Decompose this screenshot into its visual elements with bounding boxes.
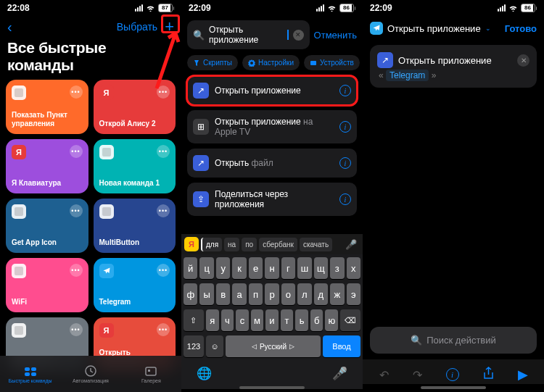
key[interactable]: ж xyxy=(330,283,344,305)
key[interactable]: у xyxy=(216,257,230,279)
info-button[interactable]: i xyxy=(339,85,351,96)
key[interactable]: х xyxy=(347,257,360,279)
cancel-button[interactable]: Отменить xyxy=(314,30,357,41)
dictation-key[interactable]: 🎤 xyxy=(332,366,347,381)
result-row[interactable]: ⊞Открыть приложение на Apple TVi xyxy=(187,110,357,143)
key[interactable]: ы xyxy=(199,283,213,305)
clear-button[interactable]: ✕ xyxy=(293,30,304,41)
shortcut-card[interactable]: •••WiFi xyxy=(6,258,88,312)
suggestion[interactable]: для xyxy=(201,238,222,251)
enter-key[interactable]: Ввод xyxy=(323,335,360,357)
key[interactable]: ч xyxy=(221,309,234,331)
suggestion[interactable]: скачать xyxy=(300,238,332,251)
backspace-key[interactable]: ⌫ xyxy=(340,309,360,331)
key[interactable]: ю xyxy=(325,309,338,331)
key[interactable]: ф xyxy=(184,283,197,305)
shift-key[interactable]: ⇧ xyxy=(184,309,204,331)
shortcut-card[interactable]: •••Get App Icon xyxy=(6,199,88,253)
key[interactable]: г xyxy=(281,257,295,279)
result-row[interactable]: ↗Открыть файлi xyxy=(187,149,357,178)
shortcut-card[interactable]: Я•••Открой Алису 2 xyxy=(94,80,176,134)
space-key[interactable]: ◁ Русский ▷ xyxy=(226,335,321,357)
play-button[interactable]: ▶ xyxy=(518,367,528,383)
key[interactable]: ш xyxy=(297,257,311,279)
search-icon: 🔍 xyxy=(193,30,205,41)
globe-key[interactable]: 🌐 xyxy=(197,366,212,381)
filter-pill[interactable]: Настройки xyxy=(242,55,300,70)
card-menu-button[interactable]: ••• xyxy=(157,145,170,158)
key[interactable]: п xyxy=(249,283,263,305)
card-menu-button[interactable]: ••• xyxy=(70,323,83,336)
card-menu-button[interactable]: ••• xyxy=(157,86,170,99)
numbers-key[interactable]: 123 xyxy=(184,335,204,357)
info-button[interactable]: i xyxy=(339,193,351,205)
shortcut-card[interactable]: •••Показать Пункт управления xyxy=(6,80,88,134)
action-card[interactable]: ↗ Открыть приложение ✕ « Telegram » xyxy=(370,45,537,88)
key[interactable]: р xyxy=(265,283,279,305)
shortcut-card[interactable]: •••Telegram xyxy=(94,258,176,312)
info-button[interactable]: i xyxy=(446,368,459,381)
shortcut-card[interactable]: •••MultiButton xyxy=(94,199,176,253)
key[interactable]: м xyxy=(251,309,264,331)
card-menu-button[interactable]: ••• xyxy=(157,264,170,277)
key[interactable]: в xyxy=(216,283,230,305)
result-row[interactable]: ↗Открыть приложениеi xyxy=(187,76,357,105)
suggestion[interactable]: сбербанк xyxy=(259,238,297,251)
search-input[interactable]: 🔍 Открыть приложение ✕ xyxy=(187,20,310,49)
result-row[interactable]: ⇪Поделиться через приложенияi xyxy=(187,183,357,216)
key[interactable]: я xyxy=(206,309,219,331)
done-button[interactable]: Готово xyxy=(505,23,537,34)
share-button[interactable] xyxy=(483,367,494,383)
tab-automation[interactable]: Автоматизация xyxy=(60,356,120,392)
svg-rect-2 xyxy=(15,207,23,216)
key[interactable]: э xyxy=(347,283,360,305)
mic-icon[interactable]: 🎤 xyxy=(342,239,360,250)
key[interactable]: и xyxy=(265,309,279,331)
card-menu-button[interactable]: ••• xyxy=(157,204,170,217)
card-menu-button[interactable]: ••• xyxy=(70,204,83,217)
shortcut-card[interactable]: •••Новая команда 1 xyxy=(94,139,176,193)
card-menu-button[interactable]: ••• xyxy=(70,145,83,158)
shortcut-title[interactable]: Открыть приложение xyxy=(387,23,481,34)
filter-pill[interactable]: Скрипты xyxy=(187,55,238,70)
actions-search[interactable]: 🔍 Поиск действий xyxy=(370,327,537,354)
chevron-down-icon[interactable]: ⌄ xyxy=(485,25,491,32)
key[interactable]: б xyxy=(310,309,323,331)
key[interactable]: л xyxy=(297,283,311,305)
key[interactable]: й xyxy=(184,257,197,279)
delete-action-button[interactable]: ✕ xyxy=(517,54,529,67)
info-button[interactable]: i xyxy=(339,121,351,133)
back-button[interactable]: ‹ xyxy=(7,20,12,34)
select-button[interactable]: Выбрать xyxy=(117,21,157,33)
undo-button[interactable]: ↶ xyxy=(379,368,389,382)
card-menu-button[interactable]: ••• xyxy=(157,323,170,336)
suggestion[interactable]: на xyxy=(224,238,239,251)
tab-gallery[interactable]: Галерея xyxy=(121,356,181,392)
shortcut-card[interactable]: Я•••Я Клавиатура xyxy=(6,139,88,193)
key[interactable]: а xyxy=(232,283,246,305)
card-menu-button[interactable]: ••• xyxy=(70,86,83,99)
key[interactable]: к xyxy=(232,257,246,279)
key[interactable]: ц xyxy=(199,257,213,279)
app-param[interactable]: Telegram xyxy=(386,70,429,81)
yandex-icon[interactable]: Я xyxy=(184,237,199,251)
filter-row: СкриптыНастройкиУстройств xyxy=(181,54,363,76)
key[interactable]: щ xyxy=(314,257,328,279)
key[interactable]: с xyxy=(236,309,249,331)
add-button[interactable]: + xyxy=(165,19,174,35)
key[interactable]: з xyxy=(330,257,344,279)
key[interactable]: ь xyxy=(295,309,308,331)
key[interactable]: т xyxy=(281,309,294,331)
key[interactable]: д xyxy=(314,283,328,305)
svg-rect-6 xyxy=(25,367,30,371)
card-menu-button[interactable]: ••• xyxy=(70,264,83,277)
key[interactable]: о xyxy=(281,283,295,305)
key[interactable]: е xyxy=(249,257,263,279)
filter-pill[interactable]: Устройств xyxy=(304,55,360,70)
emoji-key[interactable]: ☺ xyxy=(206,335,223,357)
suggestion[interactable]: по xyxy=(242,238,257,251)
key[interactable]: н xyxy=(265,257,279,279)
redo-button[interactable]: ↷ xyxy=(413,368,422,382)
info-button[interactable]: i xyxy=(339,157,351,169)
tab-shortcuts[interactable]: Быстрые команды xyxy=(0,356,60,392)
